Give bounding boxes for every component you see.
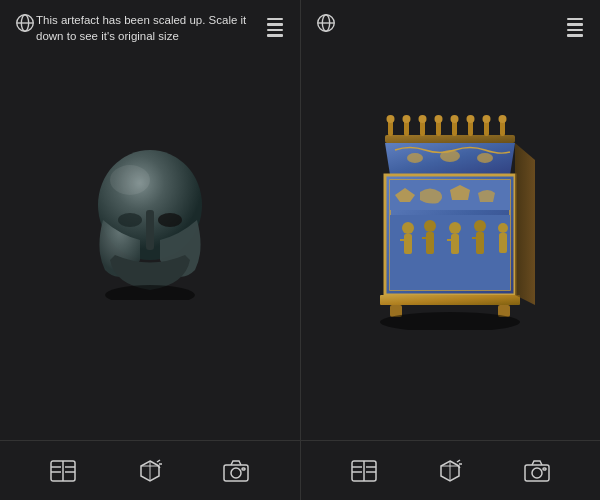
notification-text: This artefact has been scaled up. Scale … (36, 12, 264, 44)
svg-point-36 (451, 115, 459, 123)
svg-rect-55 (426, 232, 434, 254)
left-toolbar (0, 440, 300, 500)
svg-point-60 (474, 220, 486, 232)
svg-rect-22 (242, 468, 245, 470)
svg-point-38 (467, 115, 475, 123)
right-header (301, 0, 601, 60)
svg-point-6 (158, 213, 182, 227)
svg-line-17 (157, 460, 160, 462)
globe-icon (14, 12, 36, 34)
left-panel: This artefact has been scaled up. Scale … (0, 0, 300, 500)
svg-rect-58 (451, 234, 459, 254)
svg-rect-65 (380, 295, 520, 305)
svg-point-5 (118, 213, 142, 227)
camera-button-right[interactable] (517, 451, 557, 491)
svg-point-40 (483, 115, 491, 123)
helmet-artefact (85, 140, 215, 300)
camera-button[interactable] (216, 451, 256, 491)
svg-point-44 (440, 150, 460, 162)
svg-point-30 (403, 115, 411, 123)
svg-point-34 (435, 115, 443, 123)
svg-point-28 (387, 115, 395, 123)
left-artefact-area (0, 0, 300, 440)
right-panel (300, 0, 601, 500)
menu-lines-icon[interactable] (264, 16, 286, 38)
menu-lines-icon-right[interactable] (564, 16, 586, 38)
svg-point-32 (419, 115, 427, 123)
svg-point-54 (424, 220, 436, 232)
helmet-container (85, 140, 215, 300)
left-header: This artefact has been scaled up. Scale … (0, 0, 300, 60)
svg-point-51 (402, 222, 414, 234)
svg-point-43 (407, 153, 423, 163)
svg-point-42 (499, 115, 507, 123)
svg-rect-4 (146, 210, 154, 250)
svg-point-81 (532, 468, 542, 478)
svg-rect-64 (499, 233, 507, 253)
svg-rect-82 (543, 468, 546, 470)
ar-button[interactable] (130, 451, 170, 491)
svg-point-21 (231, 468, 241, 478)
svg-point-45 (477, 153, 493, 163)
right-artefact-area (301, 0, 601, 440)
book-button-right[interactable] (344, 451, 384, 491)
globe-icon-right (315, 12, 337, 34)
svg-point-57 (449, 222, 461, 234)
svg-point-8 (105, 285, 195, 300)
book-button[interactable] (43, 451, 83, 491)
right-toolbar (301, 440, 601, 500)
ar-button-right[interactable] (430, 451, 470, 491)
svg-point-63 (498, 223, 508, 233)
svg-rect-26 (385, 135, 515, 143)
svg-point-7 (110, 165, 150, 195)
svg-line-77 (457, 460, 460, 462)
svg-rect-52 (404, 234, 412, 254)
chest-artefact (360, 110, 540, 330)
svg-rect-61 (476, 232, 484, 254)
